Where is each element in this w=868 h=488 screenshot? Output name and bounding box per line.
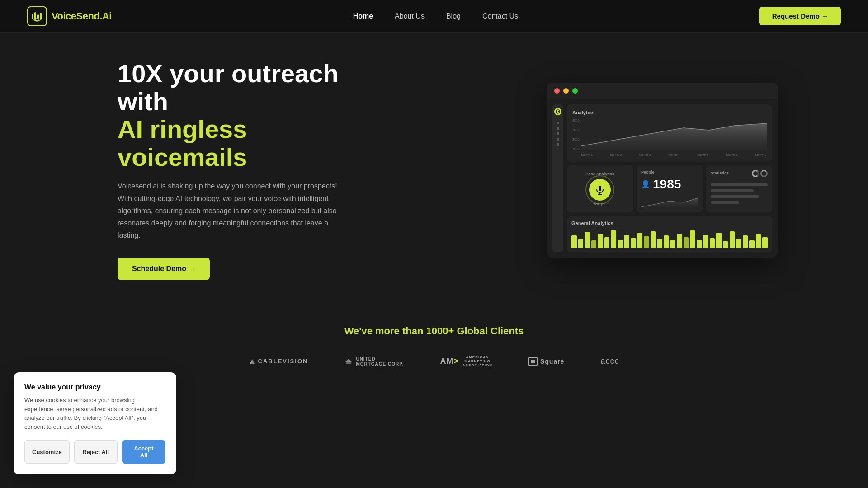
mockup-titlebar <box>547 83 778 99</box>
hero-description: Voicesend.ai is shaking up the way you c… <box>118 180 353 241</box>
cookie-accept-button[interactable]: Accept All <box>122 440 165 464</box>
bar-item <box>664 235 669 248</box>
svg-marker-11 <box>345 359 352 362</box>
bar-item <box>670 240 675 247</box>
client-cablevision: CABLEVISION <box>249 358 308 365</box>
mockup-sidebar-row: Analytics 4000 3000 2000 1000 <box>552 104 772 252</box>
stat-line-2 <box>711 189 754 192</box>
stat-line-3 <box>711 195 759 198</box>
logo-text: VoiceSend.Ai <box>52 10 112 22</box>
cookie-reject-button[interactable]: Reject All <box>74 440 118 464</box>
stats-row: Base Analytics Lorem ipsum <box>567 165 772 212</box>
logo[interactable]: VoiceSend.Ai <box>27 6 112 26</box>
bar-item <box>749 240 755 247</box>
nav-blog[interactable]: Blog <box>446 12 461 20</box>
client-ama: AM> AMERICAN MARKETING ASSOCIATION <box>440 355 492 367</box>
bar-item <box>571 235 577 248</box>
sidebar-item-5 <box>557 143 559 146</box>
bar-item <box>578 239 584 248</box>
cookie-description: We use cookies to enhance your browsing … <box>24 396 165 431</box>
bar-item <box>637 233 643 247</box>
hero-title: 10X your outreach with AI ringless voice… <box>118 60 380 171</box>
bar-item <box>677 234 682 247</box>
clients-title: We've more than 1000+ Global Clients <box>90 325 778 337</box>
bar-item <box>624 235 630 248</box>
chart-y-labels: 4000 3000 2000 1000 <box>572 119 580 150</box>
schedule-demo-button[interactable]: Schedule Demo → <box>118 258 210 280</box>
bar-item <box>756 234 761 247</box>
people-label: People <box>641 170 698 174</box>
request-demo-button[interactable]: Request Demo → <box>760 7 841 25</box>
mockup-body: Analytics 4000 3000 2000 1000 <box>547 99 778 258</box>
bar-item <box>723 241 728 247</box>
sidebar-logo-icon <box>554 108 561 115</box>
client-united-mortgage: UNITED MORTGAGE CORP. <box>344 357 404 366</box>
stat-line-4 <box>711 201 739 204</box>
bar-item <box>730 231 735 248</box>
bar-chart <box>571 230 768 248</box>
sidebar-item-1 <box>557 122 559 124</box>
mic-circle <box>589 179 611 201</box>
bar-item <box>604 237 610 248</box>
bar-item <box>644 236 649 248</box>
nav-links: Home About Us Blog Contact Us <box>353 12 518 20</box>
svg-rect-3 <box>40 13 42 20</box>
chart-x-labels: Month 1 Month 2 Month 3 Month 4 Month 5 … <box>581 153 767 156</box>
analytics-chart-section: Analytics 4000 3000 2000 1000 <box>567 104 772 162</box>
cookie-banner: We value your privacy We use cookies to … <box>14 372 176 474</box>
general-analytics-section: General Analytics <box>567 216 772 252</box>
statistics-card: Statistics <box>706 165 772 212</box>
people-mini-chart <box>641 194 698 208</box>
svg-rect-14 <box>531 360 535 363</box>
general-analytics-label: General Analytics <box>571 221 768 226</box>
client-accenture: accc <box>600 357 619 366</box>
bar-item <box>657 239 662 248</box>
hero-content: 10X your outreach with AI ringless voice… <box>118 60 380 280</box>
bar-item <box>690 230 695 248</box>
stat-line-1 <box>711 183 768 186</box>
bar-item <box>710 238 715 248</box>
svg-point-5 <box>556 110 560 113</box>
bar-item <box>703 235 708 248</box>
titlebar-dot-green <box>572 88 578 94</box>
client-square: Square <box>528 357 564 366</box>
bar-item <box>697 240 702 248</box>
mockup-sidebar <box>552 104 563 252</box>
cookie-customize-button[interactable]: Customize <box>24 440 70 464</box>
bar-item <box>598 234 603 247</box>
bar-item <box>611 230 616 248</box>
bar-item <box>585 232 590 247</box>
mockup-main-content: Analytics 4000 3000 2000 1000 <box>567 104 772 252</box>
sidebar-item-2 <box>557 127 559 130</box>
cookie-buttons: Customize Reject All Accept All <box>24 440 165 464</box>
svg-rect-0 <box>32 14 33 19</box>
bar-item <box>618 240 623 248</box>
hero-section: 10X your outreach with AI ringless voice… <box>0 33 868 307</box>
analytics-chart-wrap: Month 1 Month 2 Month 3 Month 4 Month 5 … <box>581 119 767 156</box>
titlebar-dot-yellow <box>563 88 569 94</box>
bar-item <box>684 237 689 248</box>
bar-item <box>716 233 722 247</box>
svg-rect-6 <box>599 186 601 191</box>
nav-contact[interactable]: Contact Us <box>482 12 518 20</box>
bar-item <box>651 231 656 248</box>
navbar: VoiceSend.Ai Home About Us Blog Contact … <box>0 0 868 33</box>
svg-rect-12 <box>346 362 351 364</box>
bar-item <box>591 240 597 247</box>
statistics-label: Statistics <box>711 171 729 175</box>
sidebar-item-3 <box>557 132 559 135</box>
cookie-title: We value your privacy <box>24 383 165 391</box>
people-number: 👤 1985 <box>641 177 698 192</box>
logo-icon <box>27 6 47 26</box>
dashboard-mockup: Analytics 4000 3000 2000 1000 <box>547 83 778 258</box>
bar-item <box>631 238 636 248</box>
people-card: People 👤 1985 <box>637 165 703 212</box>
bar-item <box>743 235 748 248</box>
nav-home[interactable]: Home <box>353 12 373 20</box>
clients-logos: CABLEVISION UNITED MORTGAGE CORP. AM> AM… <box>90 355 778 367</box>
bar-item <box>736 239 741 248</box>
titlebar-dot-red <box>554 88 560 94</box>
donut-icons <box>752 170 768 177</box>
bar-item <box>762 237 768 248</box>
nav-about[interactable]: About Us <box>395 12 425 20</box>
